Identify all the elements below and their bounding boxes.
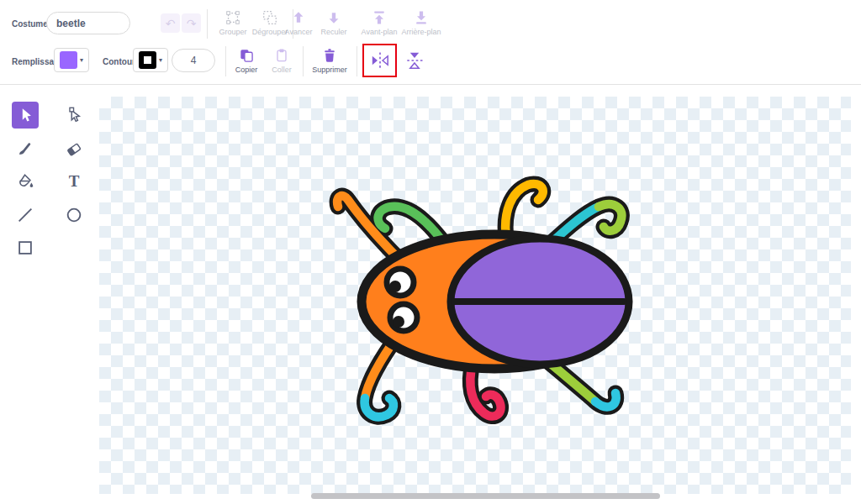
divider: [357, 46, 357, 76]
copy-button[interactable]: Copier: [227, 46, 266, 74]
fill-tool[interactable]: [12, 168, 39, 195]
brush-tool[interactable]: [12, 135, 39, 162]
text-tool-icon: T: [69, 172, 80, 191]
delete-button[interactable]: Supprimer: [306, 46, 353, 74]
backward-icon: [313, 8, 355, 27]
front-button[interactable]: Avant-plan: [358, 8, 400, 36]
outline-color-button[interactable]: ▾: [133, 48, 168, 72]
costume-name-input[interactable]: [46, 12, 130, 34]
chevron-down-icon: ▾: [159, 56, 162, 64]
back-button[interactable]: Arrière-plan: [400, 8, 442, 36]
paint-editor: { "header": { "costume_label": "Costume"…: [0, 0, 861, 504]
text-tool[interactable]: T: [61, 168, 87, 195]
paint-canvas-area: [99, 85, 861, 504]
divider: [303, 46, 304, 76]
trash-icon: [306, 46, 353, 65]
rectangle-tool[interactable]: [12, 234, 39, 261]
circle-icon: [65, 206, 83, 224]
outline-color-swatch: [139, 51, 156, 69]
flip-horizontal-highlight: [362, 44, 397, 77]
beetle-pupil: [389, 281, 401, 292]
tool-palette: T: [0, 85, 99, 504]
horizontal-scrollbar[interactable]: [311, 493, 660, 499]
reshape-tool[interactable]: [61, 102, 87, 129]
toolbar: Costume ↶ ↷ Grouper Dégrouper Avancer Re…: [0, 0, 861, 85]
flip-vertical-icon: [404, 50, 425, 71]
redo-icon[interactable]: ↷: [182, 13, 201, 33]
line-icon: [16, 206, 34, 224]
group-button[interactable]: Grouper: [212, 8, 254, 36]
stroke-width-input[interactable]: [172, 49, 215, 72]
fill-color-button[interactable]: ▾: [54, 48, 89, 72]
front-icon: [358, 8, 400, 27]
flip-horizontal-button[interactable]: [367, 48, 393, 73]
undo-icon[interactable]: ↶: [161, 13, 180, 33]
select-tool[interactable]: [12, 102, 39, 129]
rectangle-icon: [16, 239, 34, 257]
paint-bucket-icon: [16, 172, 34, 191]
beetle-drawing[interactable]: [328, 168, 656, 433]
flip-horizontal-icon: [370, 50, 390, 71]
group-icon: [212, 8, 254, 27]
brush-icon: [16, 139, 34, 158]
outline-label: Contour: [103, 57, 135, 66]
beetle-pupil: [393, 316, 404, 328]
divider: [225, 46, 226, 76]
line-tool[interactable]: [12, 202, 39, 228]
back-icon: [400, 8, 442, 27]
reshape-icon: [65, 106, 83, 124]
eraser-tool[interactable]: [61, 135, 87, 162]
divider: [207, 9, 208, 39]
flip-vertical-button[interactable]: [402, 48, 427, 73]
paste-icon: [262, 46, 301, 65]
backward-button[interactable]: Reculer: [313, 8, 355, 36]
beetle-eye: [387, 269, 414, 296]
fill-color-swatch: [60, 51, 77, 69]
costume-label: Costume: [12, 19, 48, 29]
chevron-down-icon: ▾: [80, 56, 83, 64]
cursor-arrow-icon: [16, 106, 34, 124]
paste-button[interactable]: Coller: [262, 46, 301, 74]
circle-tool[interactable]: [61, 202, 87, 228]
copy-icon: [227, 46, 266, 65]
eraser-icon: [65, 139, 83, 158]
beetle-eye: [390, 304, 417, 331]
